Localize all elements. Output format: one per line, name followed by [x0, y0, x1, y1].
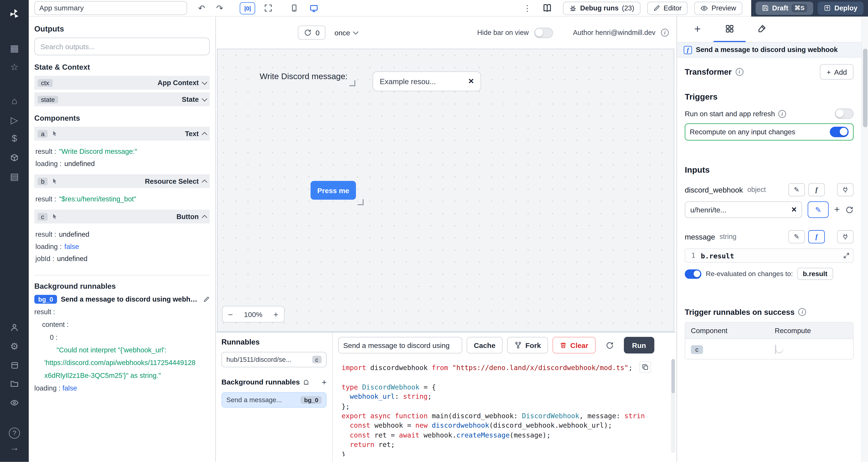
cache-button[interactable]: Cache [467, 337, 503, 354]
runs-icon[interactable]: ▷ [4, 111, 24, 130]
zoom-in-button[interactable]: + [268, 309, 284, 319]
pencil-icon [653, 4, 660, 12]
bug-icon [569, 4, 577, 12]
reevaluate-dependency-badge[interactable]: b.result [797, 268, 833, 280]
component-c-row[interactable]: c Button [34, 209, 210, 224]
field-type: string [719, 233, 736, 241]
deploy-button[interactable]: Deploy [818, 1, 864, 15]
background-runnable-item-selected[interactable]: Send a message... bg_0 [221, 392, 327, 407]
tab-component-settings[interactable] [713, 16, 746, 42]
edit-resource-button[interactable]: ✎ [808, 201, 829, 218]
tab-insert-component[interactable]: + [682, 16, 714, 42]
favorites-star-icon[interactable]: ☆ [4, 58, 24, 76]
resource-select-component[interactable]: Example resou... × [373, 71, 481, 91]
background-runnable-row[interactable]: bg_0 Send a message to discord using web… [34, 295, 210, 304]
help-icon[interactable]: ? [9, 428, 20, 439]
refresh-all-button[interactable]: 0 [298, 26, 326, 40]
redo-button[interactable]: ↷ [213, 2, 227, 14]
run-on-start-toggle[interactable] [835, 108, 854, 119]
refresh-resource-button[interactable] [845, 206, 854, 214]
reevaluate-toggle[interactable] [685, 269, 702, 278]
code-editor[interactable]: import discordwebhook from "https://deno… [333, 358, 677, 456]
page-scrollbar[interactable] [861, 16, 868, 462]
add-background-runnable-button[interactable]: + [322, 377, 327, 387]
recompute-toggle[interactable] [830, 127, 849, 137]
app-summary-input[interactable] [34, 1, 187, 15]
clear-selection-icon[interactable]: × [468, 76, 474, 87]
schedule-dropdown[interactable]: once [335, 29, 358, 37]
home-icon[interactable]: ⌂ [4, 92, 24, 111]
edit-static-button[interactable]: ✎ [788, 183, 805, 196]
workers-icon[interactable] [4, 356, 24, 375]
field-name: message [685, 233, 715, 241]
scrollbar-thumb[interactable] [863, 48, 867, 127]
settings-gear-icon[interactable]: ⚙ [4, 337, 24, 356]
components-title: Components [34, 114, 210, 122]
eval-expression-button[interactable]: f [808, 183, 825, 196]
variables-icon[interactable]: $ [4, 130, 24, 148]
undo-button[interactable]: ↶ [195, 2, 209, 14]
windmill-logo[interactable] [4, 4, 24, 23]
edit-pencil-icon[interactable] [203, 296, 210, 303]
copy-code-button[interactable] [639, 361, 651, 373]
bottom-panel: Runnables hub/1511/discord/se... c Backg… [216, 332, 676, 462]
schedules-calendar-icon[interactable]: ▤ [4, 167, 24, 186]
text-component[interactable]: Write Discord message: [259, 71, 348, 81]
ctx-row[interactable]: ctx App Context [34, 76, 210, 90]
app-canvas[interactable]: Write Discord message: Example resou... … [217, 48, 674, 332]
runnable-title-input[interactable] [338, 337, 462, 354]
state-label: State [182, 95, 199, 103]
chevron-down-icon [353, 29, 359, 35]
component-b-row[interactable]: b Resource Select [34, 174, 210, 188]
edit-static-button[interactable]: ✎ [788, 230, 805, 243]
docs-book-icon[interactable] [539, 2, 555, 14]
add-resource-button[interactable]: + [834, 204, 840, 215]
component-a-row[interactable]: a Text [34, 127, 210, 140]
runnable-item[interactable]: hub/1511/discord/se... c [221, 352, 327, 367]
more-menu-button[interactable]: ⋮ [520, 2, 535, 14]
fullscreen-button[interactable] [261, 3, 276, 13]
grid-toggle-button[interactable]: |0| [240, 2, 255, 14]
audit-eye-icon[interactable] [4, 393, 24, 412]
message-expression-editor[interactable]: 1 b.result [685, 249, 854, 263]
editor-main: 0 once Hide bar on view Author henri@win… [216, 16, 676, 462]
connect-plug-button[interactable] [837, 183, 854, 196]
info-icon: i [778, 110, 786, 118]
mobile-view-button[interactable] [287, 3, 302, 13]
components-grid-icon [725, 24, 734, 33]
press-me-button[interactable]: Press me [311, 181, 356, 200]
background-runnables-section: Background runnables bg_0 Send a message… [34, 275, 210, 395]
add-transformer-button[interactable]: + Add [820, 64, 854, 80]
editor-button[interactable]: Editor [647, 1, 688, 15]
clear-resource-icon[interactable]: × [792, 205, 797, 214]
search-outputs-input[interactable] [34, 38, 210, 55]
fork-button[interactable]: Fork [507, 337, 548, 354]
state-row[interactable]: state State [34, 92, 210, 106]
hide-bar-toggle[interactable] [534, 27, 553, 38]
run-button[interactable]: Run [624, 337, 654, 354]
resource-value-input[interactable]: u/henri/te... × [685, 201, 802, 218]
draft-button[interactable]: Draft⌘S [755, 1, 813, 15]
zoom-out-button[interactable]: − [223, 309, 239, 319]
resources-icon[interactable] [4, 148, 24, 167]
preview-button[interactable]: Preview [694, 1, 742, 15]
state-context-title: State & Context [34, 63, 210, 71]
recompute-c-toggle[interactable] [775, 344, 776, 354]
connect-plug-button[interactable] [837, 230, 854, 243]
desktop-view-button[interactable] [306, 2, 322, 13]
user-icon[interactable] [4, 318, 24, 337]
tab-theme[interactable] [746, 16, 778, 42]
expand-editor-icon[interactable] [843, 252, 850, 259]
refresh-code-button[interactable] [602, 340, 617, 350]
collapse-rail-icon[interactable]: → [4, 439, 24, 458]
run-on-start-row: Run on start and app refresh i [685, 108, 854, 119]
clear-button[interactable]: Clear [553, 337, 595, 354]
trash-icon [560, 341, 567, 349]
folders-icon[interactable] [4, 374, 24, 393]
code-scrollbar[interactable] [671, 359, 675, 453]
apps-icon[interactable]: ▦ [4, 39, 24, 58]
selected-runnable-title: Send a message to discord using webhook [696, 46, 838, 54]
eval-expression-button[interactable]: f [808, 230, 825, 243]
draft-shortcut: ⌘S [792, 4, 807, 12]
debug-runs-button[interactable]: Debug runs(23) [563, 1, 640, 15]
